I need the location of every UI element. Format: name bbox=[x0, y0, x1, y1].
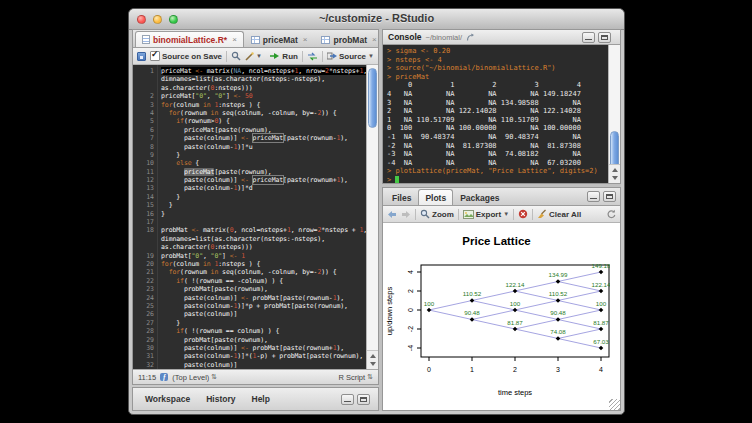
code-line: paste(colnum)] bbox=[161, 310, 366, 318]
save-icon[interactable] bbox=[137, 52, 146, 61]
scrollbar-thumb[interactable] bbox=[368, 68, 377, 128]
console-line: > sigma <- 0.20 bbox=[387, 47, 608, 56]
maximize-pane-button[interactable] bbox=[357, 394, 370, 405]
code-line: priceMat["0", "0"] <- 50 bbox=[161, 92, 366, 100]
text-cursor bbox=[395, 176, 399, 183]
remove-plot-icon[interactable] bbox=[518, 209, 528, 219]
doc-type-selector[interactable]: R Script ⇅ bbox=[338, 373, 373, 382]
forward-arrow-icon[interactable] bbox=[401, 210, 411, 219]
lattice-plot: 01234-4-2024time stepsup/down steps10011… bbox=[383, 223, 610, 410]
rerun-icon[interactable] bbox=[307, 52, 318, 61]
window-resize-grip[interactable] bbox=[609, 399, 620, 410]
word-highlight: priceMat bbox=[253, 134, 284, 142]
code-line: } bbox=[161, 151, 366, 159]
line-number: 30 bbox=[133, 344, 154, 352]
scrollbar-arrows[interactable] bbox=[367, 350, 378, 369]
console-line: -3 NA NA NA 74.08182 NA bbox=[387, 150, 608, 159]
stepper-icon: ⇅ bbox=[367, 373, 373, 381]
cursor-position: 11:15 bbox=[138, 373, 156, 382]
console-body[interactable]: > sigma <- 0.20> nsteps <- 4> source("~/… bbox=[383, 45, 620, 183]
line-number: 19 bbox=[133, 252, 154, 260]
close-tab-icon[interactable]: × bbox=[303, 35, 308, 44]
code-line: dimnames=list(as.character(nsteps:-nstep… bbox=[161, 235, 366, 243]
open-folder-arrow-icon[interactable] bbox=[466, 33, 475, 42]
code-line: paste(colnum)] <- priceMat[paste(rownum-… bbox=[161, 134, 366, 142]
magnifier-icon bbox=[420, 209, 430, 219]
code-line: paste(colnum)] bbox=[161, 361, 366, 369]
line-number: 20 bbox=[133, 260, 154, 268]
search-icon[interactable] bbox=[231, 51, 241, 61]
maximize-pane-button[interactable] bbox=[598, 32, 611, 43]
svg-text:100: 100 bbox=[596, 300, 607, 307]
svg-text:67.03: 67.03 bbox=[593, 338, 609, 345]
console-title: Console bbox=[388, 32, 422, 42]
console-header: Console ~/binomial/ bbox=[383, 30, 620, 45]
tab-workspace[interactable]: Workspace bbox=[137, 394, 198, 404]
back-arrow-icon[interactable] bbox=[387, 210, 397, 219]
console-line: -4 NA NA NA NA 67.03200 bbox=[387, 159, 608, 168]
svg-text:134.99: 134.99 bbox=[549, 271, 568, 278]
minimize-pane-button[interactable] bbox=[341, 394, 354, 405]
tab-packages[interactable]: Packages bbox=[453, 189, 506, 205]
tab-probmat[interactable]: probMat × bbox=[314, 31, 379, 47]
clear-all-button[interactable]: Clear All bbox=[537, 209, 581, 219]
scope-selector[interactable]: (Top Level) ⇅ bbox=[172, 373, 217, 382]
line-number: 28 bbox=[133, 327, 154, 335]
line-number: 26 bbox=[133, 310, 154, 318]
minimize-pane-button[interactable] bbox=[587, 191, 600, 202]
close-tab-icon[interactable]: × bbox=[232, 35, 237, 44]
console-pane: Console ~/binomial/ > sigma <- 0.20> nst… bbox=[382, 29, 621, 184]
tab-pricemat[interactable]: priceMat × bbox=[244, 31, 315, 47]
scrollbar-arrows[interactable] bbox=[609, 164, 620, 183]
tab-label: priceMat bbox=[263, 35, 298, 45]
line-number: 8 bbox=[133, 143, 154, 151]
console-output: > sigma <- 0.20> nsteps <- 4> source("~/… bbox=[383, 45, 608, 183]
console-line: 2 NA NA 122.14028 NA 122.14028 bbox=[387, 107, 608, 116]
tab-plots[interactable]: Plots bbox=[418, 189, 453, 205]
code-editor[interactable]: 1234567891011121314151617181920212223242… bbox=[133, 65, 378, 369]
maximize-pane-button[interactable] bbox=[603, 191, 616, 202]
run-button[interactable]: Run bbox=[270, 52, 298, 61]
code-line: probMat[paste(rownum), bbox=[161, 285, 366, 293]
refresh-icon[interactable] bbox=[606, 209, 616, 219]
line-number: 22 bbox=[133, 277, 154, 285]
tab-files[interactable]: Files bbox=[385, 189, 418, 205]
svg-text:4: 4 bbox=[407, 270, 414, 274]
code-content: priceMat <- matrix(NA, ncol=nsteps+1, nr… bbox=[158, 65, 366, 369]
close-tab-icon[interactable]: × bbox=[372, 35, 377, 44]
image-icon bbox=[463, 210, 474, 219]
line-number: 3 bbox=[133, 101, 154, 109]
svg-text:90.48: 90.48 bbox=[550, 309, 566, 316]
broom-icon bbox=[537, 209, 547, 219]
editor-scrollbar[interactable] bbox=[366, 65, 378, 369]
data-grid-icon bbox=[251, 36, 260, 44]
line-number: 9 bbox=[133, 151, 154, 159]
export-button[interactable]: Export ▼ bbox=[463, 210, 509, 219]
source-on-save-checkbox[interactable]: Source on Save bbox=[150, 51, 222, 61]
svg-text:2: 2 bbox=[513, 366, 517, 373]
plots-tabbar: Files Plots Packages bbox=[383, 188, 620, 206]
tab-help[interactable]: Help bbox=[244, 394, 278, 404]
tab-history[interactable]: History bbox=[198, 394, 243, 404]
source-button[interactable]: Source ▼ bbox=[327, 52, 374, 61]
code-line: paste(colnum)] <- probMat[paste(rownum+1… bbox=[161, 344, 366, 352]
minimize-pane-button[interactable] bbox=[582, 32, 595, 43]
line-number: 15 bbox=[133, 201, 154, 209]
code-tools-button[interactable]: ▼ bbox=[245, 52, 262, 61]
console-line: -2 NA NA 81.87308 NA 81.87308 bbox=[387, 142, 608, 151]
line-number: 12 bbox=[133, 176, 154, 184]
svg-text:0: 0 bbox=[427, 366, 431, 373]
zoom-button[interactable]: Zoom bbox=[420, 209, 454, 219]
desktop: ~/customize - RStudio binomialLattice.R*… bbox=[0, 0, 752, 423]
tab-binomiallattice[interactable]: binomialLattice.R* × bbox=[135, 31, 244, 47]
word-highlight: priceMat bbox=[184, 168, 215, 176]
console-scrollbar[interactable] bbox=[608, 45, 620, 183]
console-line: > plotLattice(priceMat, "Price Lattice",… bbox=[387, 167, 608, 176]
code-line: priceMat <- matrix(NA, ncol=nsteps+1, nr… bbox=[161, 67, 366, 75]
titlebar[interactable]: ~/customize - RStudio bbox=[129, 9, 624, 30]
line-number: 6 bbox=[133, 126, 154, 134]
rstudio-window: ~/customize - RStudio binomialLattice.R*… bbox=[128, 8, 625, 415]
line-number: 31 bbox=[133, 352, 154, 360]
console-line: 4 NA NA NA NA 149.18247 bbox=[387, 90, 608, 99]
word-highlight: priceMat bbox=[253, 176, 284, 184]
